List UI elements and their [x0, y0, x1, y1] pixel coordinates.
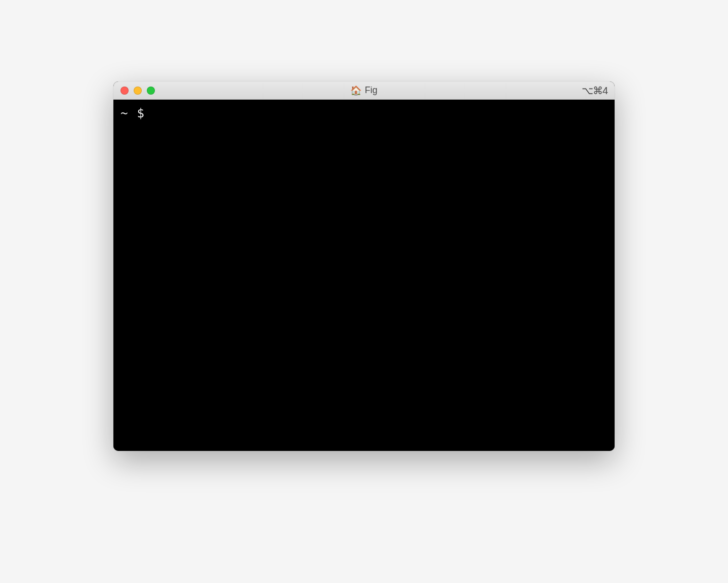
- terminal-window: 🏠 Fig ⌥⌘4 ~ $: [113, 81, 615, 451]
- window-titlebar[interactable]: 🏠 Fig ⌥⌘4: [113, 81, 615, 100]
- terminal-body[interactable]: ~ $: [113, 100, 615, 451]
- window-title-text: Fig: [365, 85, 377, 96]
- minimize-button[interactable]: [134, 87, 142, 95]
- traffic-lights: [120, 87, 155, 95]
- prompt-line: ~ $: [120, 106, 608, 121]
- window-title: 🏠 Fig: [350, 85, 377, 96]
- home-icon: 🏠: [350, 86, 361, 95]
- prompt-symbol: $: [137, 106, 144, 121]
- maximize-button[interactable]: [147, 87, 155, 95]
- keyboard-shortcut-hint: ⌥⌘4: [582, 85, 608, 97]
- prompt-cwd: ~: [120, 106, 128, 121]
- close-button[interactable]: [120, 87, 129, 95]
